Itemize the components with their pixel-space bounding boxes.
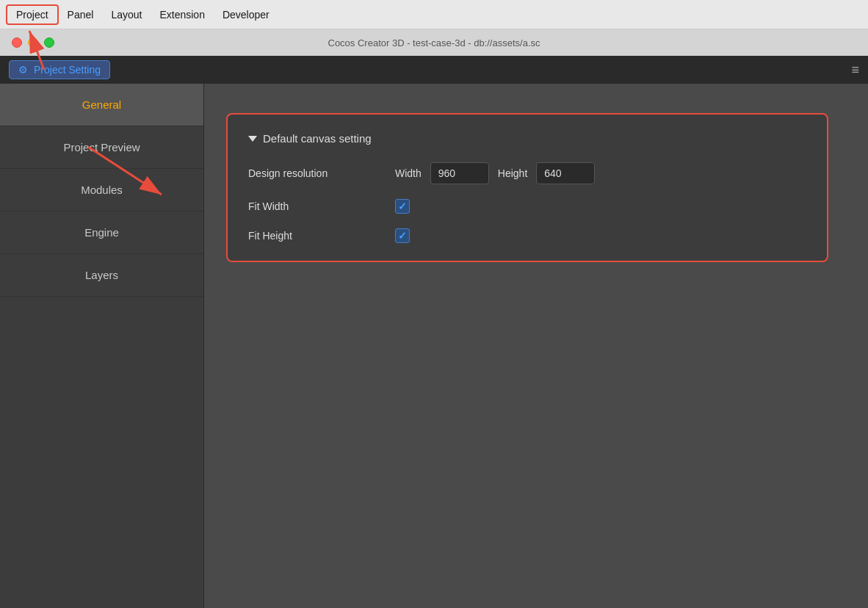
hamburger-menu-icon[interactable]: ≡ (851, 62, 859, 78)
design-resolution-controls: Width Height (395, 162, 595, 184)
maximize-button[interactable] (44, 37, 54, 48)
menu-item-developer[interactable]: Developer (214, 6, 278, 23)
menu-bar: Project Panel Layout Extension Developer (0, 0, 868, 29)
traffic-lights (12, 37, 54, 48)
height-input[interactable] (536, 162, 595, 184)
card-title-label: Default canvas setting (263, 132, 372, 145)
fit-width-row: Fit Width ✓ (248, 199, 806, 214)
width-input[interactable] (430, 162, 489, 184)
fit-height-checkbox-container: ✓ (395, 228, 410, 243)
fit-height-row: Fit Height ✓ (248, 228, 806, 243)
fit-height-checkbox[interactable]: ✓ (395, 228, 410, 243)
title-bar: Cocos Creator 3D - test-case-3d - db://a… (0, 29, 868, 56)
panel-title-label: Project Setting (34, 64, 101, 76)
panel-title-container: ⚙ Project Setting (9, 60, 110, 79)
panel-header: ⚙ Project Setting ≡ (0, 56, 868, 84)
sidebar-item-project-preview[interactable]: Project Preview (0, 126, 203, 169)
sidebar-item-layers[interactable]: Layers (0, 254, 203, 297)
content-area: Default canvas setting Design resolution… (204, 84, 868, 608)
fit-width-checkbox-container: ✓ (395, 199, 410, 214)
width-label: Width (395, 167, 422, 179)
close-button[interactable] (12, 37, 22, 48)
menu-item-layout[interactable]: Layout (102, 6, 151, 23)
fit-height-checkmark: ✓ (398, 230, 407, 242)
main-layout: General Project Preview Modules Engine L… (0, 84, 868, 608)
menu-item-project[interactable]: Project (6, 4, 59, 25)
fit-height-label: Fit Height (248, 230, 395, 242)
fit-width-label: Fit Width (248, 200, 395, 212)
canvas-settings-card: Default canvas setting Design resolution… (226, 113, 828, 262)
height-label: Height (498, 167, 527, 179)
sidebar: General Project Preview Modules Engine L… (0, 84, 204, 608)
sidebar-item-general[interactable]: General (0, 84, 203, 126)
sidebar-item-modules[interactable]: Modules (0, 169, 203, 211)
window-title: Cocos Creator 3D - test-case-3d - db://a… (328, 37, 540, 48)
minimize-button[interactable] (28, 37, 38, 48)
collapse-icon[interactable] (248, 136, 257, 142)
fit-width-checkbox[interactable]: ✓ (395, 199, 410, 214)
fit-width-checkmark: ✓ (398, 200, 407, 212)
menu-item-extension[interactable]: Extension (151, 6, 213, 23)
card-title: Default canvas setting (248, 132, 806, 145)
design-resolution-row: Design resolution Width Height (248, 162, 806, 184)
menu-item-panel[interactable]: Panel (59, 6, 103, 23)
sidebar-item-engine[interactable]: Engine (0, 211, 203, 254)
gear-icon: ⚙ (18, 64, 28, 76)
design-resolution-label: Design resolution (248, 167, 395, 179)
